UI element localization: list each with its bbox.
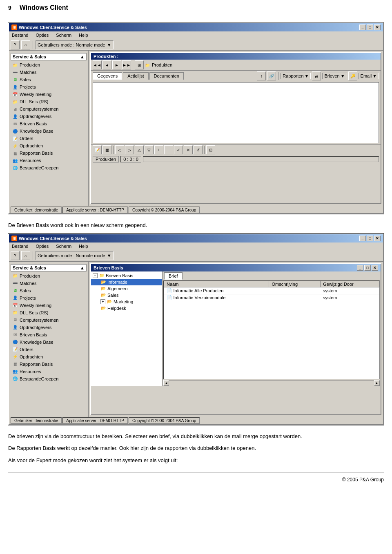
extra-btn[interactable]: ⊡: [206, 145, 215, 154]
nav2-item-matches[interactable]: ➖ Matches: [9, 280, 88, 287]
menu-scherm[interactable]: Scherm: [55, 32, 73, 38]
nav-prev-btn[interactable]: ◄: [102, 60, 111, 69]
nav2-item-knowledge[interactable]: 🔵 Knowledge Base: [9, 338, 88, 346]
nav-next-btn[interactable]: ►: [112, 60, 121, 69]
nav-item-rapporten[interactable]: ▦ Rapporten Basis: [9, 149, 88, 157]
mode-dropdown[interactable]: Gebruikers mode : Normale mode ▼: [36, 40, 114, 49]
nav-collapse-icon[interactable]: ▲: [80, 54, 85, 59]
nav-item-opdrachten[interactable]: ⚡ Opdrachten: [9, 142, 88, 149]
hscroll-right-btn[interactable]: ►: [374, 380, 380, 386]
check-btn[interactable]: ✓: [174, 145, 183, 154]
rapporten-dropdown[interactable]: Rapporten ▼: [281, 73, 311, 79]
nav-item-bestaandegroepen[interactable]: 🌐 BestaandeGroepen: [9, 164, 88, 171]
brieven-dropdown[interactable]: Brieven ▼: [322, 73, 347, 79]
menu-opties[interactable]: Opties: [34, 32, 50, 38]
nav2-item-projects[interactable]: 👤 Projects: [9, 294, 88, 302]
window2-titlebar: 🖥 Windows Client.Service & Sales _ □ ✕: [9, 234, 383, 243]
table-row[interactable]: 📄 Informatie Alle Producten system: [164, 287, 379, 294]
nav2-item-orders[interactable]: 📝 Orders: [9, 346, 88, 353]
key-btn[interactable]: 🔑: [348, 71, 357, 80]
tree-root[interactable]: − 📁 Brieven Basis: [91, 272, 162, 279]
hscroll-left-btn[interactable]: ◄: [163, 380, 169, 386]
inner2-close-btn[interactable]: ✕: [372, 265, 378, 271]
mode2-dropdown[interactable]: Gebruikers mode : Normale mode ▼: [36, 251, 114, 260]
nav2-collapse-icon[interactable]: ▲: [80, 265, 85, 270]
menu2-help[interactable]: Help: [78, 243, 89, 249]
toolbar-help-btn[interactable]: ?: [11, 40, 20, 49]
tree-item-marketing[interactable]: + 📂 Marketing: [91, 298, 162, 305]
nav2-item-weekly[interactable]: 📅 Weekly meeting: [9, 302, 88, 309]
tree-item-informatie[interactable]: 📂 Informatie: [91, 279, 162, 285]
nav-item-matches[interactable]: ➖ Matches: [9, 69, 88, 76]
nav2-item-resources[interactable]: 👥 Resources: [9, 368, 88, 375]
tree-item-sales[interactable]: 📂 Sales: [91, 292, 162, 298]
expand-btn[interactable]: ⊞: [135, 60, 144, 69]
nav-item-orders[interactable]: 📝 Orders: [9, 135, 88, 142]
nav-item-resources[interactable]: 👥 Resources: [9, 157, 88, 164]
nav2-item-brieven[interactable]: ✉ Brieven Basis: [9, 331, 88, 338]
window2-maximize-btn[interactable]: □: [367, 236, 373, 241]
plus-btn[interactable]: +: [154, 145, 163, 154]
printer-btn[interactable]: 🖨: [312, 71, 321, 80]
up-btn[interactable]: △: [135, 145, 144, 154]
nav2-item-opdrachten[interactable]: ⚡ Opdrachten: [9, 353, 88, 360]
nav-end-btn[interactable]: ►►: [122, 60, 131, 69]
nav-item-knowledge[interactable]: 🔵 Knowledge Base: [9, 127, 88, 135]
window1-maximize-btn[interactable]: □: [367, 24, 373, 30]
nav-item-brieven[interactable]: ✉ Brieven Basis: [9, 120, 88, 127]
toolbar-home-btn[interactable]: ⌂: [21, 40, 30, 49]
inner2-minimize-btn[interactable]: _: [357, 265, 363, 271]
table-row[interactable]: 📄 Informatie Verzuimmodule system: [164, 294, 379, 301]
nav-item-dll[interactable]: 📁 DLL Sets (RS): [9, 98, 88, 105]
left-btn[interactable]: ◁: [115, 145, 124, 154]
nav-item-produkten[interactable]: 📁 Produkten: [9, 61, 88, 69]
tree-collapse-icon[interactable]: −: [93, 273, 98, 278]
menu-bestand[interactable]: Bestand: [11, 32, 29, 38]
nav2-item-rapporten[interactable]: ▦ Rapporten Basis: [9, 360, 88, 368]
down-btn[interactable]: ▽: [145, 145, 154, 154]
nav2-item-produkten[interactable]: 📁 Produkten: [9, 272, 88, 280]
window2-minimize-btn[interactable]: _: [359, 236, 366, 241]
tab-brief[interactable]: Brief: [164, 272, 183, 280]
nav-back-btn[interactable]: ◄◄: [93, 60, 102, 69]
menu2-scherm[interactable]: Scherm: [55, 243, 73, 249]
tab-gegevens[interactable]: Gegevens: [93, 72, 122, 80]
window1-close-btn[interactable]: ✕: [374, 24, 381, 30]
nav-item-sales[interactable]: 🖥 Sales: [9, 76, 88, 83]
window1-minimize-btn[interactable]: _: [359, 24, 366, 30]
tab-actielijst[interactable]: Actielijst: [123, 72, 148, 80]
edit-btn[interactable]: 📝: [93, 145, 102, 154]
nav2-label: Rapporten Basis: [20, 362, 53, 367]
upload-btn[interactable]: ↑: [257, 71, 266, 80]
nav2-item-computersystemen[interactable]: 🖥 Computersystemen: [9, 316, 88, 324]
hscroll2[interactable]: ◄ ►: [163, 380, 380, 386]
nav2-item-opdrachtgevers[interactable]: 👤 Opdrachtgevers: [9, 324, 88, 331]
menu2-opties[interactable]: Opties: [34, 243, 50, 249]
minus2-btn[interactable]: −: [164, 145, 173, 154]
window2-close-btn[interactable]: ✕: [374, 236, 381, 241]
menu2-bestand[interactable]: Bestand: [11, 243, 29, 249]
nav-item-weekly[interactable]: 📅 Weekly meeting: [9, 91, 88, 98]
right-btn[interactable]: ▷: [125, 145, 134, 154]
nav2-item-sales[interactable]: 🖥 Sales: [9, 287, 88, 294]
inner2-maximize-btn[interactable]: □: [364, 265, 371, 271]
toolbar2-home-btn[interactable]: ⌂: [21, 251, 30, 260]
email-dropdown[interactable]: Email ▼: [359, 73, 379, 79]
refresh-btn[interactable]: ↺: [194, 145, 203, 154]
tab-documenten[interactable]: Documenten: [149, 72, 184, 80]
nav-item-computersystemen[interactable]: 🖥 Computersystemen: [9, 105, 88, 113]
hscroll[interactable]: [143, 156, 379, 162]
nav-item-opdrachtgevers[interactable]: 👤 Opdrachtgevers: [9, 113, 88, 120]
nav2-item-dll[interactable]: 📁 DLL Sets (RS): [9, 309, 88, 316]
link-btn[interactable]: 🔗: [267, 71, 276, 80]
nav-item-projects[interactable]: 👤 Projects: [9, 83, 88, 91]
tree-item-helpdesk[interactable]: 📂 Helpdesk: [91, 305, 162, 311]
window1-statusbar: Gebruiker: demonstratie Applicatie serve…: [9, 206, 383, 213]
nav2-item-bestaandegroepen[interactable]: 🌐 BestaandeGroepen: [9, 375, 88, 383]
menu-help[interactable]: Help: [78, 32, 89, 38]
tree-expand2-icon[interactable]: +: [100, 299, 105, 304]
x-btn[interactable]: ✕: [184, 145, 193, 154]
toolbar2-help-btn[interactable]: ?: [11, 251, 20, 260]
grid2-btn[interactable]: ▦: [102, 145, 111, 154]
tree-item-algemeen[interactable]: 📂 Algemeen: [91, 285, 162, 292]
